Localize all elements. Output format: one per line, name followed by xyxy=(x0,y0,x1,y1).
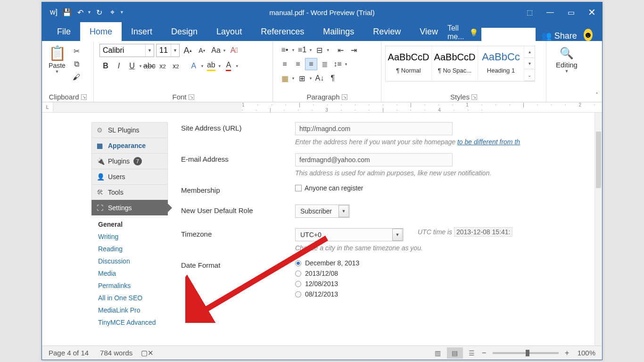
subitem-general[interactable]: General xyxy=(98,218,168,230)
font-dialog-icon[interactable]: ↘ xyxy=(189,94,194,100)
strikethrough-icon[interactable]: abc xyxy=(143,60,156,72)
minimize-icon[interactable]: — xyxy=(540,2,561,22)
share-button[interactable]: Share xyxy=(554,31,577,41)
sidebar-item-tools[interactable]: 🛠Tools xyxy=(91,184,168,200)
touch-mode-icon[interactable]: ⌖ xyxy=(107,7,118,18)
collapse-ribbon-icon[interactable]: ˄ xyxy=(595,92,598,99)
text-effects-icon[interactable]: A xyxy=(188,60,200,72)
styles-gallery[interactable]: AaBbCcD ¶ Normal AaBbCcD ¶ No Spac... Aa… xyxy=(385,46,535,82)
zoom-slider[interactable] xyxy=(493,352,559,354)
style-no-spacing[interactable]: AaBbCcD ¶ No Spac... xyxy=(432,46,478,81)
zoom-out-icon[interactable]: − xyxy=(480,349,488,357)
shading-icon[interactable]: ▦ xyxy=(279,72,291,84)
highlight-icon[interactable]: ab xyxy=(205,60,217,72)
radio-date-3[interactable] xyxy=(295,281,301,287)
chevron-down-icon[interactable]: ▼ xyxy=(171,44,179,57)
editing-button[interactable]: 🔍 Editing ▼ xyxy=(550,43,583,74)
font-color-icon[interactable]: A xyxy=(223,60,235,72)
format-painter-icon[interactable]: 🖌 xyxy=(71,72,82,82)
sidebar-item-users[interactable]: 👤Users xyxy=(91,169,168,184)
vertical-scrollbar[interactable] xyxy=(594,113,602,346)
tab-references[interactable]: References xyxy=(251,22,314,41)
select-timezone[interactable]: UTC+0▼ xyxy=(295,228,404,241)
tell-me-search[interactable] xyxy=(481,28,535,41)
tab-layout[interactable]: Layout xyxy=(207,22,251,41)
clear-formatting-icon[interactable]: A⃠ xyxy=(228,44,240,57)
radio-date-1[interactable] xyxy=(295,260,301,266)
bullets-icon[interactable]: ≡• xyxy=(279,44,291,56)
align-right-icon[interactable]: ≡ xyxy=(305,58,317,70)
zoom-knob[interactable] xyxy=(526,350,529,356)
feedback-smiley-icon[interactable]: ☻ xyxy=(584,29,593,41)
show-marks-icon[interactable]: ¶ xyxy=(327,72,339,84)
tab-review[interactable]: Review xyxy=(363,22,410,41)
multilevel-list-icon[interactable]: ⊟ xyxy=(314,44,326,56)
styles-dialog-icon[interactable]: ↘ xyxy=(471,94,477,100)
proofing-icon[interactable]: ▢✕ xyxy=(141,349,154,357)
ribbon-display-icon[interactable]: ⬚ xyxy=(519,2,540,22)
zoom-level[interactable]: 100% xyxy=(578,349,595,357)
subitem-tinymce[interactable]: TinyMCE Advanced xyxy=(98,316,168,329)
subitem-aioseo[interactable]: All in One SEO xyxy=(98,292,168,304)
undo-icon[interactable]: ↶ xyxy=(75,7,85,18)
paste-button[interactable]: 📋 Paste ▼ xyxy=(46,45,68,82)
decrease-indent-icon[interactable]: ⇤ xyxy=(335,44,347,56)
subitem-reading[interactable]: Reading xyxy=(98,243,168,255)
horizontal-ruler[interactable]: 1 · · · | · · · · · · · | · · · 1 · · · … xyxy=(53,102,602,112)
clipboard-dialog-icon[interactable]: ↘ xyxy=(81,94,87,100)
tab-file[interactable]: File xyxy=(48,22,80,41)
status-page[interactable]: Page 4 of 14 xyxy=(49,349,89,357)
subitem-discussion[interactable]: Discussion xyxy=(98,255,168,267)
shrink-font-icon[interactable]: A▾ xyxy=(196,44,208,57)
change-case-icon[interactable]: Aa xyxy=(210,44,222,57)
subitem-permalinks[interactable]: Permalinks xyxy=(98,280,168,292)
superscript-icon[interactable]: x2 xyxy=(170,60,182,72)
input-email[interactable] xyxy=(295,153,453,166)
status-words[interactable]: 784 words xyxy=(100,349,132,357)
web-layout-icon[interactable]: ☰ xyxy=(464,347,480,359)
align-left-icon[interactable]: ≡ xyxy=(279,58,291,70)
sidebar-item-settings[interactable]: ⛶Settings xyxy=(91,200,168,215)
sidebar-item-plugins[interactable]: 🔌Plugins7 xyxy=(91,153,168,169)
zoom-in-icon[interactable]: + xyxy=(563,349,571,357)
align-center-icon[interactable]: ≡ xyxy=(292,58,304,70)
tab-design[interactable]: Design xyxy=(162,22,207,41)
underline-icon[interactable]: U xyxy=(126,60,138,72)
tab-mailings[interactable]: Mailings xyxy=(314,22,363,41)
style-normal[interactable]: AaBbCcD ¶ Normal xyxy=(386,46,432,81)
font-size-combo[interactable]: ▼ xyxy=(156,44,180,57)
tab-home[interactable]: Home xyxy=(80,22,122,41)
style-heading-1[interactable]: AaBbCc Heading 1 xyxy=(478,46,524,81)
checkbox-anyone-register[interactable] xyxy=(295,185,302,191)
font-name-combo[interactable]: ▼ xyxy=(99,44,154,57)
subitem-writing[interactable]: Writing xyxy=(98,230,168,243)
redo-icon[interactable]: ↻ xyxy=(94,7,105,18)
close-icon[interactable]: ✕ xyxy=(581,2,602,22)
justify-icon[interactable]: ≣ xyxy=(318,58,330,70)
line-spacing-icon[interactable]: ↕≡ xyxy=(331,58,344,70)
maximize-icon[interactable]: ▭ xyxy=(561,2,581,22)
subitem-media[interactable]: Media xyxy=(98,267,168,280)
ruler-corner[interactable]: L xyxy=(42,102,53,112)
borders-icon[interactable]: ⊞ xyxy=(296,72,308,84)
read-mode-icon[interactable]: ▥ xyxy=(430,347,446,359)
input-site-address[interactable] xyxy=(295,122,453,135)
tell-me[interactable]: Tell me...💡 xyxy=(447,24,479,41)
print-layout-icon[interactable]: ▤ xyxy=(447,347,463,359)
select-default-role[interactable]: Subscriber▼ xyxy=(295,205,350,218)
copy-icon[interactable]: ⧉ xyxy=(71,59,82,69)
tab-view[interactable]: View xyxy=(410,22,447,41)
share-users-icon[interactable]: 👥 xyxy=(541,31,551,41)
cut-icon[interactable]: ✂ xyxy=(71,46,82,56)
qat-customize-icon[interactable]: ▼ xyxy=(120,10,124,15)
paragraph-dialog-icon[interactable]: ↘ xyxy=(342,94,347,100)
scrollbar-thumb[interactable] xyxy=(596,132,601,188)
sidebar-item-sl-plugins[interactable]: ⚙SL Plugins xyxy=(91,122,168,138)
gallery-scroll[interactable]: ▴▾⌄ xyxy=(524,46,535,81)
chevron-down-icon[interactable]: ▼ xyxy=(145,44,154,57)
subscript-icon[interactable]: x2 xyxy=(157,60,169,72)
radio-date-2[interactable] xyxy=(295,271,301,277)
sidebar-item-appearance[interactable]: ▦Appearance xyxy=(91,138,168,153)
italic-icon[interactable]: I xyxy=(113,60,125,72)
bold-icon[interactable]: B xyxy=(99,60,112,72)
